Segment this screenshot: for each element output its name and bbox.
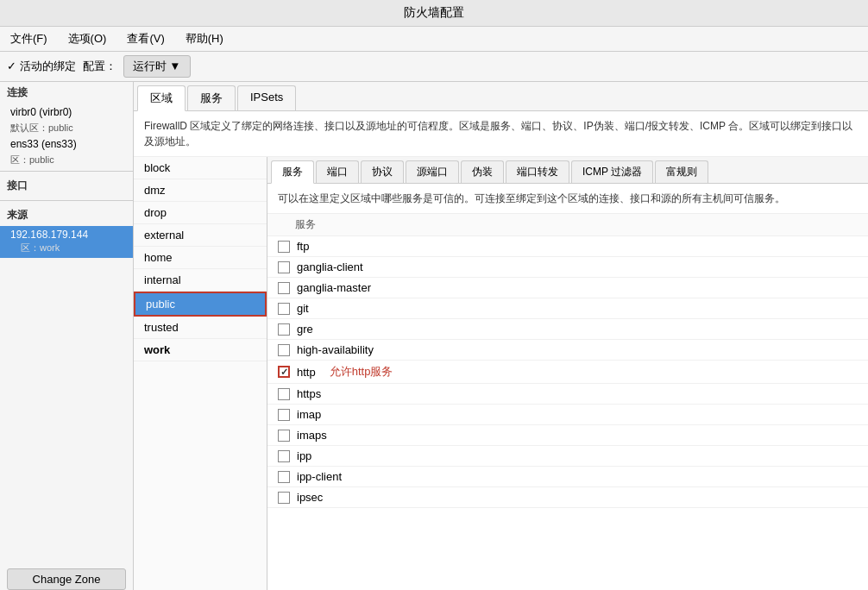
service-ipsec[interactable]: ipsec (267, 487, 868, 508)
service-ipsec-label: ipsec (297, 491, 323, 504)
service-tab-protocols[interactable]: 协议 (361, 160, 404, 183)
service-imap[interactable]: imap (267, 405, 868, 425)
service-tab-port-forward[interactable]: 端口转发 (506, 160, 569, 183)
zone-service-area: block dmz drop external home internal pu… (134, 157, 868, 590)
menu-file[interactable]: 文件(F) (7, 29, 51, 48)
service-http-label: http (297, 366, 316, 379)
service-description: 可以在这里定义区域中哪些服务是可信的。可连接至绑定到这个区域的连接、接口和源的所… (267, 184, 868, 214)
service-gre-label: gre (297, 323, 313, 336)
service-git[interactable]: git (267, 298, 868, 319)
tab-service[interactable]: 服务 (187, 85, 236, 110)
checkbox-ipp[interactable] (278, 450, 290, 462)
config-label: 配置： (83, 59, 116, 74)
zone-block[interactable]: block (134, 157, 267, 179)
service-imaps-label: imaps (297, 429, 327, 442)
service-ganglia-client-label: ganglia-client (297, 260, 363, 273)
zone-internal[interactable]: internal (134, 269, 267, 292)
change-zone-button[interactable]: Change Zone (7, 568, 126, 590)
zone-list: block dmz drop external home internal pu… (134, 157, 267, 590)
source-zone: 区：work (10, 241, 123, 255)
zone-external[interactable]: external (134, 224, 267, 247)
zone-trusted[interactable]: trusted (134, 317, 267, 339)
service-ganglia-master[interactable]: ganglia-master (267, 278, 868, 298)
right-panel: 区域 服务 IPSets FirewallD 区域定义了绑定的网络连接、接口以及… (134, 82, 868, 590)
sidebar-item-ens33[interactable]: ens33 (ens33) (0, 135, 133, 153)
checkbox-https[interactable] (278, 388, 290, 400)
source-label: 来源 (0, 204, 133, 226)
source-ip: 192.168.179.144 (10, 229, 123, 241)
zone-dmz[interactable]: dmz (134, 179, 267, 202)
runtime-button[interactable]: 运行时 ▼ (123, 55, 191, 78)
interface-label: 接口 (0, 175, 133, 197)
service-high-availability[interactable]: high-availability (267, 340, 868, 361)
checkbox-ipp-client[interactable] (278, 471, 290, 483)
service-https-label: https (297, 387, 321, 400)
checkbox-ganglia-master[interactable] (278, 282, 290, 294)
active-binding-label: ✓ 活动的绑定 (7, 59, 76, 74)
service-tab-icmp[interactable]: ICMP 过滤器 (571, 160, 653, 183)
service-gre[interactable]: gre (267, 319, 868, 340)
sidebar-sub-virbr0: 默认区：public (0, 121, 133, 135)
checkbox-http[interactable]: ✓ (278, 366, 290, 378)
service-ipp-label: ipp (297, 449, 311, 462)
service-high-availability-label: high-availability (297, 343, 374, 356)
service-https[interactable]: https (267, 384, 868, 405)
checkbox-ipsec[interactable] (278, 492, 290, 504)
connection-label: 连接 (0, 82, 133, 104)
checkbox-gre[interactable] (278, 323, 290, 336)
service-git-label: git (297, 302, 309, 315)
menu-view[interactable]: 查看(V) (123, 29, 167, 48)
toolbar: ✓ 活动的绑定 配置： 运行时 ▼ (0, 52, 868, 82)
checkbox-imaps[interactable] (278, 430, 290, 442)
service-tab-services[interactable]: 服务 (271, 160, 314, 184)
service-ftp-label: ftp (297, 240, 309, 253)
main-description: FirewallD 区域定义了绑定的网络连接、接口以及源地址的可信程度。区域是服… (134, 111, 868, 157)
service-imaps[interactable]: imaps (267, 425, 868, 446)
zone-drop[interactable]: drop (134, 202, 267, 224)
sidebar-item-source[interactable]: 192.168.179.144 区：work (0, 226, 133, 258)
service-tab-masquerade[interactable]: 伪装 (461, 160, 504, 183)
menu-bar: 文件(F) 选项(O) 查看(V) 帮助(H) (0, 27, 868, 52)
service-ipp-client-label: ipp-client (297, 470, 342, 483)
checkmark-http: ✓ (280, 367, 288, 378)
checkbox-git[interactable] (278, 303, 290, 315)
checkbox-imap[interactable] (278, 409, 290, 421)
service-ftp[interactable]: ftp (267, 236, 868, 257)
title-bar: 防火墙配置 (0, 0, 868, 27)
checkbox-ftp[interactable] (278, 241, 290, 253)
zone-home[interactable]: home (134, 247, 267, 269)
menu-help[interactable]: 帮助(H) (182, 29, 227, 48)
service-column-header: 服务 (267, 214, 868, 236)
service-ganglia-master-label: ganglia-master (297, 281, 371, 294)
service-ganglia-client[interactable]: ganglia-client (267, 257, 868, 278)
sidebar: 连接 virbr0 (virbr0) 默认区：public ens33 (ens… (0, 82, 134, 590)
app-title: 防火墙配置 (404, 5, 464, 19)
tab-ipsets[interactable]: IPSets (237, 85, 296, 110)
service-panel: 服务 端口 协议 源端口 伪装 端口转发 ICMP 过滤器 富规则 可以在这里定… (267, 157, 868, 590)
http-annotation: 允许http服务 (330, 364, 393, 380)
tab-zone[interactable]: 区域 (137, 85, 186, 111)
service-tab-ports[interactable]: 端口 (316, 160, 359, 183)
main-tabs: 区域 服务 IPSets (134, 82, 868, 111)
sidebar-sub-ens33: 区：public (0, 153, 133, 167)
service-tab-source-ports[interactable]: 源端口 (406, 160, 459, 183)
zone-work[interactable]: work (134, 339, 267, 361)
service-list: ftp ganglia-client ganglia-master g (267, 236, 868, 590)
menu-options[interactable]: 选项(O) (65, 29, 110, 48)
sidebar-item-virbr0[interactable]: virbr0 (virbr0) (0, 104, 133, 121)
service-ipp[interactable]: ipp (267, 446, 868, 467)
zone-public[interactable]: public (134, 292, 267, 317)
service-http[interactable]: ✓ http 允许http服务 (267, 361, 868, 384)
service-tab-rich-rules[interactable]: 富规则 (655, 160, 708, 183)
service-tabs: 服务 端口 协议 源端口 伪装 端口转发 ICMP 过滤器 富规则 (267, 157, 868, 184)
checkbox-high-availability[interactable] (278, 344, 290, 356)
checkbox-ganglia-client[interactable] (278, 261, 290, 273)
service-ipp-client[interactable]: ipp-client (267, 467, 868, 487)
service-imap-label: imap (297, 408, 321, 421)
